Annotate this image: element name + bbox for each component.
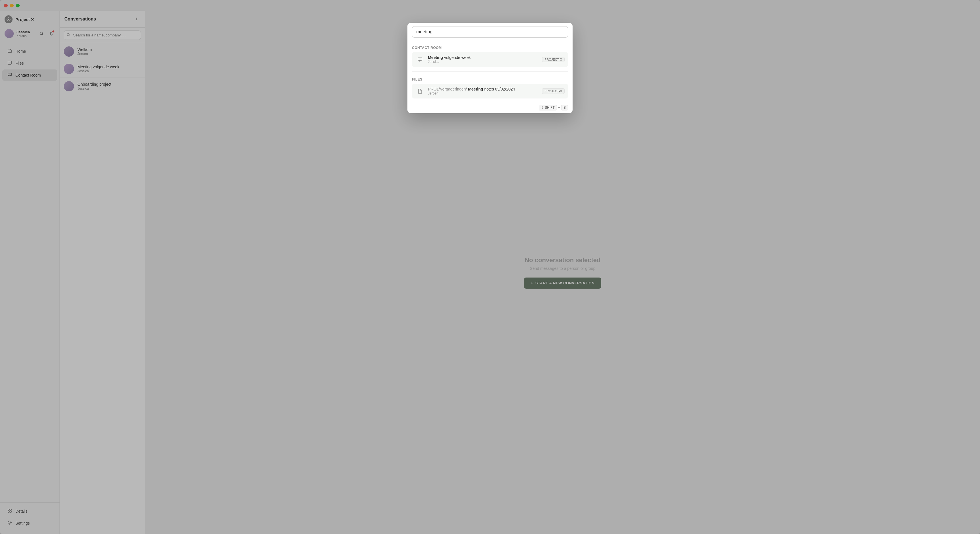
conversation-icon [415, 55, 425, 64]
search-modal-input[interactable] [412, 26, 568, 38]
section-label-files: Files [412, 78, 568, 81]
modal-divider [412, 72, 568, 72]
result-badge: PROJECT-X [542, 88, 565, 94]
result-name: Meeting volgende week [428, 55, 538, 60]
shift-kbd: ⇧ SHIFT [539, 105, 557, 110]
result-name-suffix: notes 03/02/2024 [483, 87, 515, 91]
section-label-contact-room: Contact Room [412, 46, 568, 50]
modal-section-contact-room: Contact Room Meeting volgende week Jessi… [407, 41, 573, 70]
result-name-suffix: volgende week [443, 55, 471, 60]
result-name-prefix: PRO1/Vergaderingen/ [428, 87, 468, 91]
file-icon [415, 87, 425, 95]
result-name: PRO1/Vergaderingen/ Meeting notes 03/02/… [428, 87, 538, 91]
result-sub: Jessica [428, 60, 538, 64]
modal-section-files: Files PRO1/Vergaderingen/ Meeting notes … [407, 73, 573, 102]
result-name-highlight: Meeting [468, 87, 483, 91]
result-badge: PROJECT-X [542, 57, 565, 62]
search-overlay[interactable]: Contact Room Meeting volgende week Jessi… [0, 0, 980, 534]
s-kbd: S [561, 105, 568, 110]
search-modal: Contact Room Meeting volgende week Jessi… [407, 23, 573, 113]
result-info: Meeting volgende week Jessica [428, 55, 538, 64]
modal-input-wrapper [407, 23, 573, 41]
plus-separator: + [558, 106, 560, 110]
search-result-file[interactable]: PRO1/Vergaderingen/ Meeting notes 03/02/… [412, 84, 568, 99]
result-name-highlight: Meeting [428, 55, 443, 60]
result-info: PRO1/Vergaderingen/ Meeting notes 03/02/… [428, 87, 538, 95]
search-result-conversation[interactable]: Meeting volgende week Jessica PROJECT-X [412, 52, 568, 67]
modal-footer: ⇧ SHIFT + S [407, 102, 573, 113]
result-sub: Jeroen [428, 91, 538, 95]
